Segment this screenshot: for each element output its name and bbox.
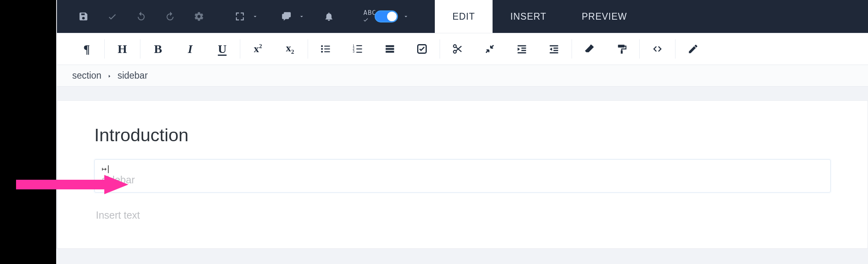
spellcheck-check: [363, 16, 369, 24]
save-button[interactable]: [69, 0, 98, 33]
fullscreen-icon: [235, 11, 245, 22]
underline-button[interactable]: U: [206, 33, 238, 65]
document[interactable]: Introduction ↦| sidebar Insert text: [57, 100, 868, 249]
heading-1[interactable]: Introduction: [94, 125, 831, 146]
insert-text-placeholder[interactable]: Insert text: [96, 209, 831, 221]
indent-button[interactable]: [506, 33, 538, 65]
separator: [140, 39, 140, 59]
edit-button[interactable]: [677, 33, 709, 65]
cut-button[interactable]: [442, 33, 474, 65]
settings-button[interactable]: [185, 0, 213, 33]
save-icon: [78, 11, 89, 22]
canvas-area: Introduction ↦| sidebar Insert text: [56, 87, 868, 249]
separator: [308, 39, 308, 59]
collapse-button[interactable]: [474, 33, 506, 65]
heading-button[interactable]: H: [106, 33, 138, 65]
superscript-icon: x2: [254, 43, 262, 55]
tab-insert[interactable]: INSERT: [493, 0, 564, 33]
bold-button[interactable]: B: [142, 33, 174, 65]
svg-rect-9: [357, 49, 362, 49]
svg-rect-14: [386, 51, 394, 53]
spellcheck-group: ABC: [363, 0, 398, 33]
spellcheck-dropdown[interactable]: [401, 0, 411, 33]
collapse-icon: [484, 43, 495, 55]
outdent-icon: [548, 43, 560, 55]
top-toolbar: ABC EDIT INSERT PREVIEW: [56, 0, 868, 33]
chevron-down-icon: [252, 13, 258, 20]
checkbox-button[interactable]: [406, 33, 438, 65]
spellcheck-toggle[interactable]: [375, 10, 398, 22]
svg-point-17: [454, 51, 456, 53]
breadcrumb-separator: [107, 70, 112, 81]
collapse-marker-icon[interactable]: ↦|: [102, 164, 823, 173]
mark-resolved-button[interactable]: [98, 0, 127, 33]
numbered-list-button[interactable]: 123: [342, 33, 374, 65]
outdent-button[interactable]: [538, 33, 570, 65]
svg-point-4: [321, 51, 323, 53]
code-button[interactable]: [641, 33, 673, 65]
format-toolbar: ¶ H B I U x2 x2 123: [56, 33, 868, 65]
subscript-button[interactable]: x2: [274, 33, 306, 65]
svg-rect-18: [518, 45, 526, 47]
separator: [675, 39, 675, 59]
separator: [240, 39, 240, 59]
chevron-down-icon: [403, 13, 409, 20]
svg-rect-26: [618, 45, 625, 48]
redo-button[interactable]: [156, 0, 185, 33]
svg-rect-24: [554, 50, 558, 51]
breadcrumb-item-section[interactable]: section: [72, 70, 101, 81]
block-button[interactable]: [374, 33, 406, 65]
spellcheck-label: ABC: [363, 9, 376, 16]
undo-button[interactable]: [127, 0, 156, 33]
svg-rect-5: [324, 51, 330, 52]
chevron-down-icon: [298, 13, 305, 20]
svg-rect-19: [521, 48, 526, 49]
svg-rect-12: [386, 45, 394, 47]
svg-rect-25: [550, 52, 558, 53]
left-gutter: [0, 0, 56, 264]
indent-icon: [516, 43, 527, 55]
italic-button[interactable]: I: [174, 33, 206, 65]
svg-rect-1: [324, 46, 330, 47]
svg-text:3: 3: [353, 50, 355, 53]
heading-icon: H: [118, 42, 127, 56]
paint-roller-icon: [616, 43, 627, 55]
notifications-button[interactable]: [314, 0, 343, 33]
clear-format-button[interactable]: [574, 33, 606, 65]
mode-tabs: EDIT INSERT PREVIEW: [435, 0, 645, 33]
format-painter-button[interactable]: [606, 33, 638, 65]
svg-point-0: [321, 45, 323, 47]
paragraph-button[interactable]: ¶: [71, 33, 103, 65]
gear-icon: [194, 11, 204, 22]
subscript-icon: x2: [286, 42, 294, 55]
svg-rect-20: [521, 50, 526, 51]
separator: [440, 39, 440, 59]
svg-rect-13: [386, 48, 394, 50]
check-icon: [107, 11, 118, 22]
svg-rect-22: [550, 45, 558, 47]
tab-edit[interactable]: EDIT: [435, 0, 493, 33]
svg-rect-7: [357, 45, 362, 46]
breadcrumb: section sidebar: [56, 65, 868, 87]
separator: [572, 39, 572, 59]
bullet-list-button[interactable]: [310, 33, 342, 65]
fullscreen-dropdown[interactable]: [250, 0, 260, 33]
code-icon: [652, 43, 663, 55]
bullet-list-icon: [320, 43, 331, 55]
pencil-icon: [688, 43, 699, 55]
superscript-button[interactable]: x2: [242, 33, 274, 65]
sidebar-block[interactable]: ↦| sidebar: [94, 159, 831, 193]
redo-icon: [165, 11, 175, 22]
tab-preview[interactable]: PREVIEW: [564, 0, 645, 33]
svg-rect-27: [621, 51, 623, 54]
eraser-icon: [584, 43, 595, 55]
breadcrumb-item-sidebar[interactable]: sidebar: [118, 70, 148, 81]
italic-icon: I: [188, 42, 193, 56]
bell-icon: [324, 11, 334, 22]
svg-rect-21: [518, 52, 526, 53]
svg-rect-23: [554, 48, 558, 49]
undo-icon: [136, 11, 146, 22]
block-icon: [384, 43, 395, 55]
scissors-icon: [452, 43, 463, 55]
comments-dropdown[interactable]: [297, 0, 306, 33]
